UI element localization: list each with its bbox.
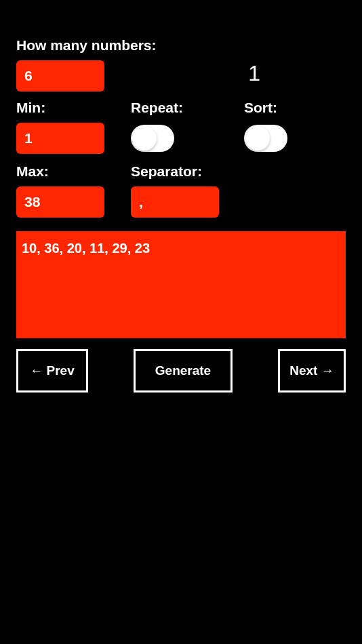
toggle-knob-icon [245, 126, 270, 150]
max-input[interactable]: 38 [16, 186, 104, 218]
separator-label: Separator: [131, 163, 233, 180]
how-many-input[interactable]: 6 [16, 60, 104, 92]
how-many-label: How many numbers: [16, 37, 346, 54]
prev-label: ← Prev [30, 363, 74, 378]
toggle-knob-icon [132, 126, 157, 150]
next-label: Next → [289, 363, 334, 378]
min-input[interactable]: 1 [16, 123, 104, 154]
page-number: 1 [248, 61, 260, 86]
min-label: Min: [16, 100, 119, 116]
min-value: 1 [24, 130, 33, 146]
sort-toggle[interactable] [244, 125, 287, 152]
max-label: Max: [16, 163, 119, 180]
prev-button[interactable]: ← Prev [16, 349, 88, 393]
generate-button[interactable]: Generate [134, 349, 233, 393]
result-output: 10, 36, 20, 11, 29, 23 [16, 231, 346, 338]
separator-value: , [139, 194, 143, 210]
result-text: 10, 36, 20, 11, 29, 23 [22, 241, 150, 256]
separator-input[interactable]: , [131, 186, 219, 218]
repeat-toggle[interactable] [131, 125, 174, 152]
repeat-label: Repeat: [131, 100, 233, 116]
how-many-value: 6 [24, 68, 33, 84]
sort-label: Sort: [244, 100, 346, 116]
generate-label: Generate [155, 363, 211, 378]
max-value: 38 [24, 194, 40, 210]
next-button[interactable]: Next → [278, 349, 346, 393]
